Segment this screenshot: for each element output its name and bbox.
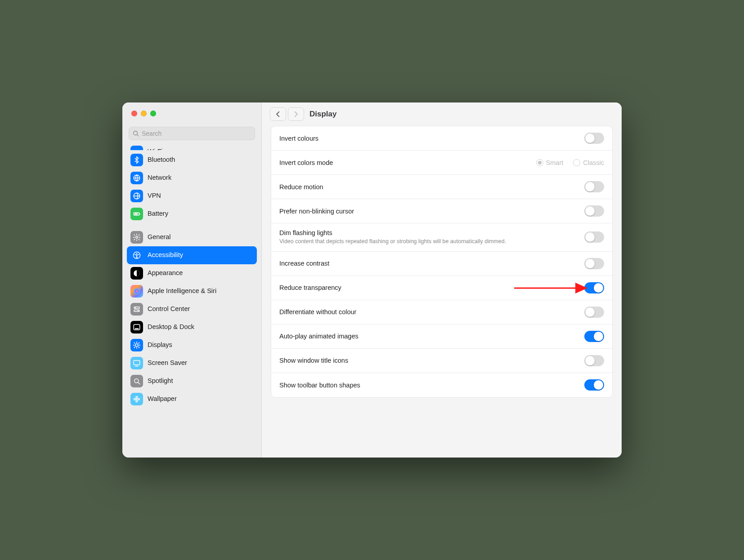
toggle-reduce-transparency[interactable] — [584, 282, 604, 293]
search-input[interactable] — [142, 130, 251, 137]
sidebar-item-label: Apple Intelligence & Siri — [148, 287, 216, 295]
setting-row-reduce-transparency: Reduce transparency — [271, 276, 612, 300]
sidebar-item-label: Appearance — [148, 269, 183, 277]
sidebar-item-ai-siri[interactable]: Apple Intelligence & Siri — [127, 282, 257, 300]
toggle-auto-play-animated-images[interactable] — [584, 331, 604, 342]
svg-point-27 — [138, 398, 140, 400]
sidebar-item-appearance[interactable]: Appearance — [127, 264, 257, 282]
sidebar-item-label: Battery — [148, 210, 168, 218]
globe-icon — [130, 172, 143, 184]
setting-label: Invert colors mode — [279, 159, 530, 166]
svg-point-16 — [138, 310, 139, 311]
brightness-icon — [130, 339, 143, 351]
battery-icon — [130, 208, 143, 220]
sidebar-item-label: Control Center — [148, 305, 190, 313]
sidebar-item-wallpaper[interactable]: Wallpaper — [127, 390, 257, 408]
sidebar: Wi-FiBluetoothNetworkVPNBatteryGeneralAc… — [122, 102, 262, 458]
toggle-prefer-non-blinking-cursor[interactable] — [584, 205, 604, 217]
toggle-invert-colours[interactable] — [584, 133, 604, 144]
radio-option-smart: Smart — [536, 159, 564, 166]
svg-line-1 — [137, 135, 139, 137]
flower-icon — [130, 393, 143, 405]
setting-label: Invert colours — [279, 135, 578, 142]
radio-label: Smart — [546, 159, 564, 166]
page-title: Display — [309, 110, 336, 119]
main-panel: Display Invert coloursInvert colors mode… — [262, 102, 622, 458]
sidebar-item-accessibility[interactable]: Accessibility — [127, 246, 257, 264]
toggle-show-window-title-icons[interactable] — [584, 355, 604, 366]
svg-point-19 — [135, 344, 138, 347]
sidebar-item-label: Wallpaper — [148, 395, 177, 403]
close-window-button[interactable] — [131, 111, 137, 116]
accessibility-icon — [130, 249, 143, 262]
setting-row-prefer-non-blinking-cursor: Prefer non-blinking cursor — [271, 199, 612, 223]
toggle-increase-contrast[interactable] — [584, 258, 604, 269]
svg-rect-7 — [134, 213, 138, 215]
search-field[interactable] — [129, 127, 255, 140]
setting-label: Prefer non-blinking cursor — [279, 208, 578, 215]
sidebar-item-bluetooth[interactable]: Bluetooth — [127, 151, 257, 169]
vpn-icon — [130, 190, 143, 202]
settings-content: Invert coloursInvert colors modeSmartCla… — [262, 126, 622, 458]
appearance-icon — [130, 267, 143, 280]
sidebar-item-label: Desktop & Dock — [148, 323, 194, 331]
nav-forward-button[interactable] — [288, 107, 304, 121]
sidebar-item-label: Accessibility — [148, 251, 183, 259]
setting-label: Show toolbar button shapes — [279, 382, 578, 389]
toggle-show-toolbar-button-shapes[interactable] — [584, 379, 604, 391]
titlebar: Display — [262, 102, 622, 126]
setting-label: Dim flashing lights — [279, 229, 578, 236]
sidebar-item-wifi[interactable]: Wi-Fi — [127, 146, 257, 150]
sidebar-item-control-center[interactable]: Control Center — [127, 300, 257, 318]
wifi-icon — [130, 146, 143, 150]
radio-circle-icon — [573, 159, 580, 166]
sidebar-item-vpn[interactable]: VPN — [127, 187, 257, 205]
svg-rect-13 — [134, 307, 139, 309]
siri-icon — [130, 285, 143, 298]
search-icon — [130, 375, 143, 387]
svg-point-10 — [136, 253, 137, 254]
svg-point-14 — [135, 307, 136, 308]
switches-icon — [130, 303, 143, 316]
sidebar-item-general[interactable]: General — [127, 228, 257, 246]
screensaver-icon — [130, 357, 143, 369]
setting-label: Reduce motion — [279, 183, 578, 191]
window-controls — [122, 102, 261, 124]
radio-group-invert-colors-mode: SmartClassic — [536, 159, 604, 166]
sidebar-item-screen-saver[interactable]: Screen Saver — [127, 354, 257, 372]
toggle-reduce-motion[interactable] — [584, 181, 604, 192]
sidebar-item-battery[interactable]: Battery — [127, 205, 257, 223]
svg-rect-18 — [135, 328, 139, 329]
sidebar-item-displays[interactable]: Displays — [127, 336, 257, 354]
setting-row-dim-flashing-lights: Dim flashing lightsVideo content that de… — [271, 223, 612, 252]
setting-row-auto-play-animated-images: Auto-play animated images — [271, 324, 612, 349]
search-icon — [133, 130, 139, 137]
sidebar-item-network[interactable]: Network — [127, 169, 257, 187]
toggle-differentiate-without-colour[interactable] — [584, 307, 604, 318]
setting-label: Show window title icons — [279, 357, 578, 364]
svg-line-22 — [138, 382, 140, 384]
nav-back-button[interactable] — [270, 107, 286, 121]
setting-row-increase-contrast: Increase contrast — [271, 252, 612, 276]
settings-panel: Invert coloursInvert colors modeSmartCla… — [271, 126, 613, 398]
sidebar-item-label: Network — [148, 174, 171, 182]
setting-row-show-window-title-icons: Show window title icons — [271, 349, 612, 373]
settings-window: Wi-FiBluetoothNetworkVPNBatteryGeneralAc… — [122, 102, 622, 458]
setting-label: Increase contrast — [279, 260, 578, 267]
setting-label: Auto-play animated images — [279, 333, 578, 340]
svg-point-25 — [136, 400, 138, 402]
sidebar-item-desktop-dock[interactable]: Desktop & Dock — [127, 318, 257, 336]
sidebar-item-spotlight[interactable]: Spotlight — [127, 372, 257, 390]
radio-circle-icon — [536, 159, 543, 166]
svg-point-26 — [134, 398, 136, 400]
radio-option-classic: Classic — [573, 159, 604, 166]
setting-label: Reduce transparency — [279, 284, 578, 291]
sidebar-item-label: Displays — [148, 341, 172, 349]
zoom-window-button[interactable] — [150, 111, 156, 116]
svg-rect-20 — [134, 360, 140, 365]
toggle-dim-flashing-lights[interactable] — [584, 231, 604, 243]
minimize-window-button[interactable] — [141, 111, 147, 116]
setting-row-reduce-motion: Reduce motion — [271, 175, 612, 199]
dock-icon — [130, 321, 143, 333]
setting-row-differentiate-without-colour: Differentiate without colour — [271, 300, 612, 324]
